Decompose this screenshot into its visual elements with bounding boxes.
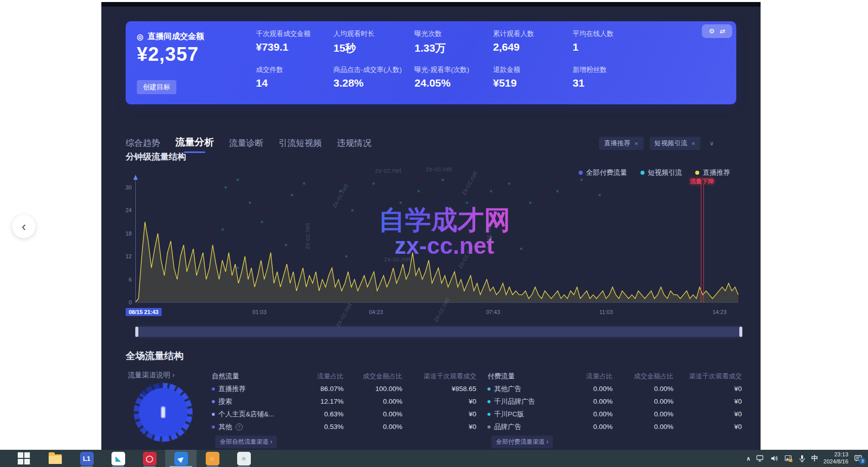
ime-indicator[interactable]: 中 bbox=[811, 454, 818, 463]
metric-value: 24.05% bbox=[414, 77, 493, 89]
close-icon[interactable]: × bbox=[634, 140, 638, 147]
row-label: 搜索 bbox=[212, 397, 299, 406]
arrow-right-icon: › bbox=[269, 438, 272, 445]
cell-value: ¥0 bbox=[673, 410, 742, 418]
x-tick-label: 14:23 bbox=[712, 309, 727, 315]
taskbar-file-explorer[interactable] bbox=[40, 450, 71, 467]
row-label-text: 搜索 bbox=[218, 397, 232, 406]
legend-dot-icon bbox=[487, 413, 490, 416]
row-label-text: 千川PC版 bbox=[494, 410, 524, 419]
row-label: 个人主页&店铺&... bbox=[212, 410, 299, 419]
channel-help-link[interactable]: 流量渠道说明 › bbox=[128, 371, 175, 380]
back-chevron-icon: ‹ bbox=[22, 219, 26, 235]
taskbar-app-lt[interactable]: L1 bbox=[71, 450, 102, 467]
row-label: 千川PC版 bbox=[487, 410, 563, 419]
range-slider-fill bbox=[138, 327, 739, 337]
cell-value: ¥858.65 bbox=[402, 385, 476, 393]
cell-value: 0.00% bbox=[613, 385, 673, 393]
swap-view-icon[interactable]: ⇄ bbox=[720, 27, 725, 35]
x-tick-label: 08/15 21:43 bbox=[126, 308, 162, 316]
flow-structure-title: 全场流量结构 bbox=[126, 349, 183, 363]
tab-流量诊断[interactable]: 流量诊断 bbox=[229, 137, 263, 152]
taskbar-app-notes[interactable]: ≡ bbox=[228, 450, 259, 467]
help-icon[interactable]: ? bbox=[236, 423, 243, 431]
back-button[interactable]: ‹ bbox=[12, 215, 35, 238]
metric-value: 3.28% bbox=[333, 77, 414, 89]
create-goal-button[interactable]: 创建目标 bbox=[137, 80, 176, 94]
column-header: 流量占比 bbox=[563, 372, 613, 381]
taskbar-clock[interactable]: 23:13 2024/8/16 bbox=[823, 451, 848, 465]
range-slider-left-handle[interactable] bbox=[135, 327, 138, 337]
y-tick-label: 0 bbox=[118, 299, 132, 305]
scatter-point-short-video bbox=[400, 244, 402, 246]
app-remote-icon: ▶ bbox=[174, 452, 188, 465]
cell-value: 0.00% bbox=[613, 410, 673, 418]
column-header: 流量占比 bbox=[299, 372, 344, 381]
metric-label: 千次观看成交金额 bbox=[256, 29, 333, 38]
filter-tag[interactable]: 短视频引流× bbox=[650, 137, 701, 150]
scatter-point-short-video bbox=[237, 179, 239, 181]
cell-value: ¥0 bbox=[673, 385, 742, 393]
paid-traffic-table: 付费流量流量占比成交金额占比渠道千次观看成交其他广告0.00%0.00%¥0千川… bbox=[487, 370, 742, 433]
notification-center-icon[interactable]: 3 bbox=[854, 454, 863, 462]
image-viewer-icon[interactable] bbox=[784, 454, 793, 462]
scatter-point-short-video bbox=[530, 202, 532, 204]
metric-value: 1.33万 bbox=[414, 41, 493, 55]
cell-value: ¥0 bbox=[402, 410, 476, 418]
scatter-point-short-video bbox=[508, 182, 510, 184]
taskbar-apps: L1◣◯▶○≡ bbox=[8, 450, 259, 467]
tab-流量分析[interactable]: 流量分析 bbox=[175, 136, 214, 152]
table-row: 其他?0.53%0.00%¥0 bbox=[212, 420, 476, 433]
tab-引流短视频[interactable]: 引流短视频 bbox=[279, 137, 322, 152]
taskbar-app-capture[interactable]: ◣ bbox=[102, 450, 134, 467]
cell-value: ¥0 bbox=[673, 398, 742, 405]
x-tick-label: 01:03 bbox=[252, 309, 267, 315]
tab-违规情况[interactable]: 违规情况 bbox=[337, 137, 371, 152]
settings-gear-icon[interactable]: ⚙ bbox=[709, 27, 715, 35]
tab-bar: 综合趋势流量分析流量诊断引流短视频违规情况 bbox=[126, 137, 371, 152]
taskbar-app-opera[interactable]: ◯ bbox=[134, 450, 165, 467]
chart-range-slider[interactable] bbox=[135, 325, 743, 338]
display-network-icon[interactable] bbox=[756, 454, 765, 462]
windows-start-icon bbox=[18, 452, 30, 464]
minute-traffic-chart[interactable] bbox=[135, 171, 740, 305]
chevron-down-icon[interactable]: ∨ bbox=[706, 138, 717, 149]
hero-toolbar: ⚙ ⇄ bbox=[702, 24, 732, 38]
row-label-text: 其他 bbox=[218, 422, 232, 432]
all-paid-channels-link[interactable]: 全部付费流量渠道 › bbox=[492, 436, 553, 448]
metric-value: ¥739.1 bbox=[256, 41, 333, 53]
taskbar-app-remote[interactable]: ▶ bbox=[165, 450, 197, 467]
hero-title: ◎ 直播间成交金额 bbox=[137, 31, 204, 42]
all-natural-channels-link[interactable]: 全部自然流量渠道 › bbox=[215, 436, 277, 448]
taskbar-start[interactable] bbox=[8, 450, 40, 467]
range-slider-right-handle[interactable] bbox=[739, 327, 742, 337]
tab-综合趋势[interactable]: 综合趋势 bbox=[126, 137, 160, 152]
scatter-point-short-video bbox=[351, 209, 353, 211]
donut-center-label bbox=[161, 407, 165, 418]
cell-value: 0.00% bbox=[563, 423, 613, 431]
channel-help-text: 流量渠道说明 bbox=[128, 371, 170, 379]
metric-label: 曝光次数 bbox=[414, 29, 493, 38]
table-header-row: 自然流量流量占比成交金额占比渠道千次观看成交 bbox=[212, 370, 476, 382]
filter-tag[interactable]: 直播推荐× bbox=[599, 137, 644, 150]
axis-pointer-icon bbox=[133, 175, 138, 180]
close-icon[interactable]: × bbox=[692, 140, 696, 147]
cell-value: 12.17% bbox=[299, 398, 344, 405]
speaker-icon[interactable] bbox=[770, 454, 779, 462]
table-title: 自然流量 bbox=[212, 372, 299, 381]
taskbar-app-orange[interactable]: ○ bbox=[197, 450, 228, 467]
scatter-point-short-video bbox=[225, 186, 227, 188]
clock-date: 2024/8/16 bbox=[823, 458, 848, 465]
table-row: 搜索12.17%0.00%¥0 bbox=[212, 395, 476, 408]
metric-value: 1 bbox=[573, 41, 654, 53]
scatter-point-short-video bbox=[291, 194, 293, 196]
microphone-icon[interactable] bbox=[799, 454, 806, 462]
scatter-point-short-video bbox=[222, 228, 224, 230]
file-explorer-icon bbox=[49, 454, 62, 464]
legend-dot-icon bbox=[212, 400, 215, 403]
tray-expand-icon[interactable]: ∧ bbox=[746, 455, 750, 462]
legend-dot-icon bbox=[487, 425, 490, 429]
cell-value: 0.00% bbox=[344, 423, 402, 431]
system-tray: ∧ 中 23:13 2024/8/16 bbox=[746, 450, 865, 467]
metric-label: 平均在线人数 bbox=[573, 29, 654, 38]
